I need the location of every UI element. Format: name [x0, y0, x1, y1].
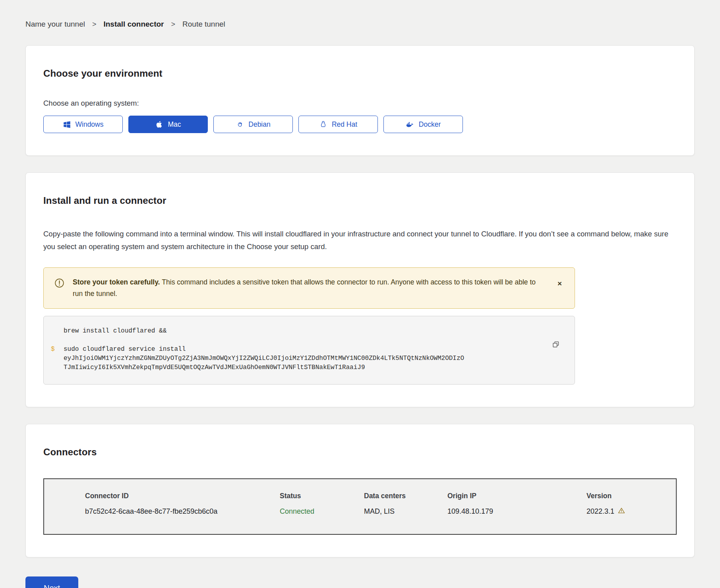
breadcrumb-step-name-your-tunnel[interactable]: Name your tunnel	[25, 20, 85, 29]
column-header-version: Version	[586, 492, 676, 500]
os-button-label: Windows	[75, 120, 104, 129]
warning-banner-text: Store your token carefully. This command…	[73, 277, 542, 300]
choose-environment-card: Choose your environment Choose an operat…	[25, 45, 695, 156]
banner-close-icon[interactable]: ×	[555, 277, 564, 290]
debian-swirl-icon	[236, 120, 244, 129]
breadcrumb-step-install-connector: Install connector	[103, 20, 164, 29]
code-command-row: $ sudo cloudflared service install eyJhI…	[51, 345, 551, 372]
alert-circle-icon	[54, 277, 65, 290]
token-warning-banner: Store your token carefully. This command…	[43, 267, 575, 309]
os-button-label: Mac	[168, 120, 181, 129]
code-line-sudo: sudo cloudflared service install	[64, 345, 464, 354]
os-button-debian[interactable]: Debian	[213, 116, 293, 133]
install-description: Copy-paste the following command into a …	[43, 228, 677, 253]
os-button-group: Windows Mac Debian	[43, 116, 677, 133]
breadcrumb: Name your tunnel > Install connector > R…	[25, 0, 695, 29]
apple-logo-icon	[155, 120, 163, 129]
column-header-origin-ip: Origin IP	[447, 492, 586, 500]
os-button-mac[interactable]: Mac	[128, 116, 208, 133]
connectors-card-title: Connectors	[43, 447, 677, 458]
install-card-title: Install and run a connector	[43, 195, 677, 206]
code-token-line-1: eyJhIjoiOWM1YjczYzhmZGNmZDUyOTg2ZjA3NmJm…	[64, 354, 464, 363]
cell-connector-id: b7c52c42-6caa-48ee-8c77-fbe259cb6c0a	[85, 507, 280, 516]
cell-version: 2022.3.1	[586, 507, 676, 516]
breadcrumb-step-route-tunnel: Route tunnel	[182, 20, 225, 29]
install-command-code-block: brew install cloudflared && $ sudo cloud…	[43, 316, 575, 385]
cell-origin-ip: 109.48.10.179	[447, 507, 586, 516]
connectors-card: Connectors Connector ID Status Data cent…	[25, 424, 695, 557]
table-row: b7c52c42-6caa-48ee-8c77-fbe259cb6c0a Con…	[85, 507, 676, 516]
status-badge: Connected	[280, 507, 364, 516]
tunnel-setup-page: Name your tunnel > Install connector > R…	[0, 0, 720, 588]
os-button-windows[interactable]: Windows	[43, 116, 123, 133]
next-button[interactable]: Next	[25, 576, 78, 588]
environment-card-title: Choose your environment	[43, 68, 677, 79]
breadcrumb-separator: >	[171, 20, 176, 29]
column-header-data-centers: Data centers	[364, 492, 447, 500]
os-prompt-label: Choose an operating system:	[43, 99, 677, 108]
code-command-text: sudo cloudflared service install eyJhIjo…	[64, 345, 464, 372]
cell-data-centers: MAD, LIS	[364, 507, 447, 516]
os-button-label: Red Hat	[332, 120, 357, 129]
docker-whale-icon	[406, 120, 414, 129]
copy-icon[interactable]	[551, 339, 561, 351]
code-line-brew: brew install cloudflared &&	[51, 327, 551, 336]
os-button-label: Docker	[419, 120, 441, 129]
warning-banner-title: Store your token carefully.	[73, 278, 162, 286]
redhat-penguin-icon	[319, 120, 327, 129]
table-header-row: Connector ID Status Data centers Origin …	[85, 492, 676, 500]
windows-logo-icon	[63, 120, 71, 129]
os-button-redhat[interactable]: Red Hat	[298, 116, 378, 133]
os-button-label: Debian	[248, 120, 270, 129]
warning-triangle-icon	[617, 507, 625, 516]
column-header-status: Status	[280, 492, 364, 500]
os-button-docker[interactable]: Docker	[383, 116, 463, 133]
code-token-line-2: TJmIiwicyI6Ik5XVmhZekpqTmpVdE5UQmtOQzAwT…	[64, 363, 464, 372]
breadcrumb-separator: >	[92, 20, 97, 29]
connectors-table: Connector ID Status Data centers Origin …	[43, 478, 677, 535]
version-value: 2022.3.1	[586, 507, 614, 516]
shell-prompt: $	[51, 345, 64, 372]
column-header-connector-id: Connector ID	[85, 492, 280, 500]
install-connector-card: Install and run a connector Copy-paste t…	[25, 172, 695, 407]
